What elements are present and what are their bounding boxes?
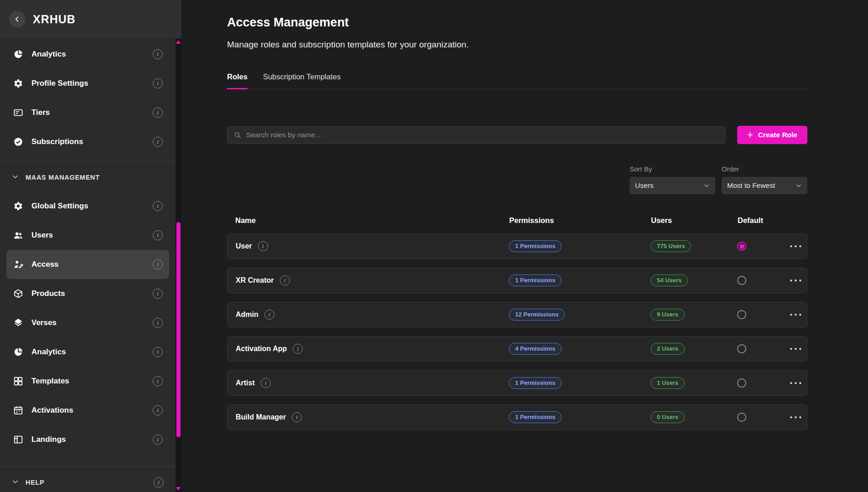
table-row: Activation App 4 Permissions 2 Users [227, 336, 807, 362]
sidebar-item-verses[interactable]: Verses [6, 308, 169, 337]
info-icon[interactable] [153, 435, 163, 445]
permissions-badge[interactable]: 1 Permissions [509, 377, 562, 389]
sidebar-item-subscriptions[interactable]: Subscriptions [6, 127, 169, 156]
sidebar: XRHUB Analytics Profile Settings Tiers [0, 0, 181, 492]
create-role-label: Create Role [758, 131, 797, 139]
info-icon[interactable] [153, 108, 163, 118]
create-role-button[interactable]: Create Role [737, 126, 807, 144]
row-menu-button[interactable] [790, 309, 803, 320]
row-menu-button[interactable] [790, 343, 803, 354]
section-maas-management[interactable]: MAAS MANAGEMENT [0, 163, 176, 192]
default-radio[interactable] [737, 310, 746, 319]
page-subtitle: Manage roles and subscription templates … [227, 40, 807, 50]
info-icon[interactable] [293, 344, 303, 354]
info-icon[interactable] [153, 318, 163, 328]
permissions-badge[interactable]: 4 Permissions [509, 343, 562, 355]
tab-roles[interactable]: Roles [227, 73, 248, 89]
chevron-down-icon [12, 173, 19, 182]
column-header-name: Name [227, 216, 509, 225]
sidebar-item-label: Products [31, 289, 65, 298]
users-badge[interactable]: 0 Users [651, 411, 685, 423]
sidebar-item-profile-settings[interactable]: Profile Settings [6, 69, 169, 98]
table-row: Build Manager 1 Permissions 0 Users [227, 404, 807, 430]
info-icon[interactable] [154, 477, 164, 487]
sidebar-item-analytics[interactable]: Analytics [6, 40, 169, 69]
sidebar-item-global-settings[interactable]: Global Settings [6, 192, 169, 221]
row-menu-button[interactable] [790, 378, 803, 388]
table-row: Artist 1 Permissions 1 Users [227, 370, 807, 396]
sort-by-filter: Sort By Users [630, 165, 715, 194]
gear-icon [13, 201, 24, 212]
scroll-up-arrow[interactable] [176, 40, 181, 44]
section-help[interactable]: HELP [0, 468, 176, 492]
sidebar-item-activations[interactable]: Activations [6, 396, 169, 425]
info-icon[interactable] [153, 230, 163, 240]
sidebar-item-tiers[interactable]: Tiers [6, 98, 169, 127]
search-input[interactable] [246, 131, 718, 139]
info-icon[interactable] [280, 275, 290, 285]
calendar-icon [13, 405, 24, 416]
sidebar-scrollbar[interactable] [176, 39, 181, 492]
info-icon[interactable] [153, 201, 163, 211]
order-select[interactable]: Most to Fewest [722, 177, 807, 194]
sidebar-item-landings[interactable]: Landings [6, 425, 169, 454]
info-icon[interactable] [264, 310, 274, 320]
sidebar-item-analytics-maas[interactable]: Analytics [6, 337, 169, 367]
page-title: Access Management [227, 16, 807, 30]
sidebar-item-label: Tiers [31, 108, 50, 117]
tab-subscription-templates[interactable]: Subscription Templates [263, 73, 341, 89]
scroll-down-arrow[interactable] [176, 487, 181, 491]
users-badge[interactable]: 775 Users [651, 240, 691, 252]
users-badge[interactable]: 1 Users [651, 377, 685, 389]
row-menu-button[interactable] [790, 241, 803, 252]
info-icon[interactable] [153, 49, 163, 59]
sidebar-item-templates[interactable]: Templates [6, 367, 169, 396]
table-header: Name Permissions Users Default [227, 216, 807, 225]
tabs: Roles Subscription Templates [227, 73, 807, 89]
sidebar-item-label: Access [31, 260, 59, 269]
table-row: Admin 12 Permissions 9 Users [227, 302, 807, 327]
tiers-icon [13, 107, 24, 118]
scrollbar-thumb[interactable] [176, 222, 181, 437]
default-radio[interactable] [737, 378, 746, 388]
default-radio[interactable] [737, 413, 746, 422]
info-icon[interactable] [258, 241, 268, 251]
default-radio[interactable] [737, 276, 746, 285]
default-radio[interactable] [737, 344, 746, 353]
analytics-icon [13, 347, 24, 357]
default-radio[interactable] [737, 242, 746, 251]
permissions-badge[interactable]: 1 Permissions [509, 274, 562, 286]
row-menu-button[interactable] [790, 275, 803, 286]
sidebar-item-label: Templates [31, 377, 69, 386]
info-icon[interactable] [153, 137, 163, 147]
info-icon[interactable] [153, 259, 163, 269]
info-icon[interactable] [153, 347, 163, 357]
info-icon[interactable] [153, 289, 163, 299]
sidebar-item-access[interactable]: Access [6, 250, 169, 279]
sort-by-select[interactable]: Users [630, 177, 715, 194]
order-label: Order [722, 165, 807, 173]
chevron-down-icon [703, 182, 710, 189]
sidebar-item-users[interactable]: Users [6, 221, 169, 250]
layers-icon [13, 317, 24, 328]
info-icon[interactable] [153, 78, 163, 88]
info-icon[interactable] [153, 376, 163, 386]
users-badge[interactable]: 9 Users [651, 309, 685, 321]
users-badge[interactable]: 54 Users [651, 274, 688, 286]
search-icon [234, 131, 241, 139]
back-button[interactable] [9, 11, 26, 27]
permissions-badge[interactable]: 12 Permissions [509, 309, 565, 321]
sidebar-item-label: Verses [31, 318, 57, 327]
info-icon[interactable] [153, 405, 163, 415]
row-menu-button[interactable] [790, 412, 803, 423]
permissions-badge[interactable]: 1 Permissions [509, 411, 562, 423]
users-badge[interactable]: 2 Users [651, 343, 685, 355]
column-header-users: Users [651, 216, 728, 225]
info-icon[interactable] [292, 412, 302, 422]
info-icon[interactable] [261, 378, 271, 388]
sidebar-item-label: Subscriptions [31, 137, 83, 146]
permissions-badge[interactable]: 1 Permissions [509, 240, 562, 252]
sidebar-item-label: Profile Settings [31, 79, 88, 88]
sidebar-item-products[interactable]: Products [6, 279, 169, 308]
search-box[interactable] [227, 126, 725, 144]
